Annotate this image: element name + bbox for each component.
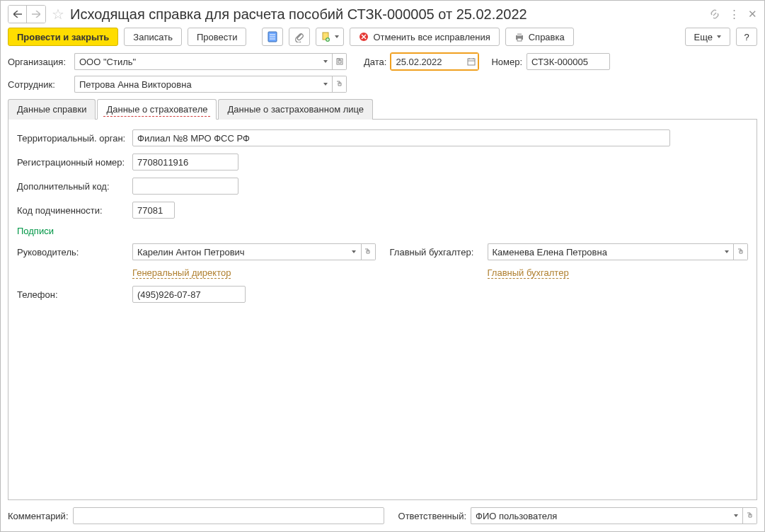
addcode-input[interactable] xyxy=(132,178,238,195)
subcode-label: Код подчиненности: xyxy=(17,205,127,216)
svg-rect-9 xyxy=(517,38,522,41)
employee-combo[interactable]: Петрова Анна Викторовна xyxy=(74,76,347,93)
chevron-down-icon xyxy=(717,35,721,38)
chevron-down-icon xyxy=(725,250,729,253)
accountant-dropdown-button[interactable] xyxy=(720,243,734,260)
nav-group xyxy=(8,5,46,23)
chevron-down-icon xyxy=(323,60,328,63)
open-icon xyxy=(747,512,754,519)
copy-doc-icon xyxy=(321,32,330,42)
more-button[interactable]: Еще xyxy=(685,28,730,46)
open-icon xyxy=(364,248,372,255)
open-icon xyxy=(336,58,343,65)
tab-insured-data[interactable]: Данные о застрахованном лице xyxy=(218,99,373,120)
signatures-section-title: Подписи xyxy=(17,226,748,236)
chevron-down-icon xyxy=(323,83,328,86)
calendar-icon xyxy=(467,57,476,66)
territory-input[interactable]: Филиал №8 МРО ФСС РФ xyxy=(132,129,670,146)
tab-panel-insurer: Территориальный. орган: Филиал №8 МРО ФС… xyxy=(8,120,757,500)
date-picker-button[interactable] xyxy=(464,53,478,70)
regnum-input[interactable]: 7708011916 xyxy=(132,154,238,170)
help-label: Справка xyxy=(529,32,565,42)
head-dropdown-button[interactable] xyxy=(347,243,362,260)
head-open-button[interactable] xyxy=(362,243,376,260)
open-icon xyxy=(737,248,744,255)
date-combo[interactable]: 25.02.2022 xyxy=(391,53,478,70)
question-button[interactable]: ? xyxy=(736,28,757,46)
accountant-input[interactable]: Каменева Елена Петровна xyxy=(488,243,720,260)
regnum-label: Регистрационный номер: xyxy=(17,157,127,168)
accountant-open-button[interactable] xyxy=(734,243,748,260)
territory-label: Территориальный. орган: xyxy=(17,133,127,144)
org-combo[interactable]: ООО "Стиль" xyxy=(74,53,347,70)
head-position-link[interactable]: Генеральный директор xyxy=(132,267,231,279)
org-input[interactable]: ООО "Стиль" xyxy=(74,53,318,70)
accountant-combo[interactable]: Каменева Елена Петровна xyxy=(488,243,749,260)
link-icon[interactable] xyxy=(709,8,720,20)
tab-insurer-data[interactable]: Данные о страхователе xyxy=(97,99,217,120)
write-button[interactable]: Записать xyxy=(124,28,182,46)
printer-icon xyxy=(514,32,524,42)
head-label: Руководитель: xyxy=(17,247,127,258)
close-icon[interactable]: ✕ xyxy=(748,8,757,21)
arrow-right-icon xyxy=(32,11,40,18)
paperclip-icon xyxy=(294,31,304,42)
cancel-corrections-label: Отменить все исправления xyxy=(373,32,490,42)
nav-back-button[interactable] xyxy=(8,6,27,23)
nav-forward-button[interactable] xyxy=(27,6,45,23)
phone-input[interactable]: (495)926-07-87 xyxy=(132,286,246,303)
responsible-dropdown-button[interactable] xyxy=(729,507,743,524)
responsible-combo[interactable]: ФИО пользователя xyxy=(471,507,757,524)
employee-input[interactable]: Петрова Анна Викторовна xyxy=(74,76,318,93)
more-label: Еще xyxy=(694,32,713,42)
employee-label: Сотрудник: xyxy=(8,79,70,90)
open-icon xyxy=(336,81,343,88)
date-label: Дата: xyxy=(364,57,386,67)
number-input[interactable]: СТЗК-000005 xyxy=(527,53,610,70)
chevron-down-icon xyxy=(335,35,339,38)
employee-open-button[interactable] xyxy=(333,76,347,93)
svg-rect-11 xyxy=(468,59,475,65)
head-input[interactable]: Карелин Антон Петрович xyxy=(132,243,347,260)
responsible-open-button[interactable] xyxy=(743,507,757,524)
cancel-corrections-button[interactable]: Отменить все исправления xyxy=(350,28,499,46)
number-label: Номер: xyxy=(491,57,522,67)
help-button[interactable]: Справка xyxy=(505,28,574,46)
document-icon xyxy=(268,31,277,42)
create-based-on-button[interactable] xyxy=(316,28,344,46)
kebab-menu-icon[interactable]: ⋮ xyxy=(729,8,740,21)
org-open-button[interactable] xyxy=(333,53,347,70)
chevron-down-icon xyxy=(352,250,356,253)
head-combo[interactable]: Карелин Антон Петрович xyxy=(132,243,376,260)
report-button[interactable] xyxy=(262,28,283,46)
comment-label: Комментарий: xyxy=(8,511,69,521)
org-dropdown-button[interactable] xyxy=(318,53,333,70)
responsible-label: Ответственный: xyxy=(398,511,466,521)
phone-label: Телефон: xyxy=(17,289,127,300)
subcode-input[interactable]: 77081 xyxy=(132,202,175,219)
employee-dropdown-button[interactable] xyxy=(318,76,333,93)
responsible-input[interactable]: ФИО пользователя xyxy=(471,507,729,524)
accountant-position-link[interactable]: Главный бухгалтер xyxy=(488,267,569,279)
post-button[interactable]: Провести xyxy=(188,28,247,46)
tab-reference-data[interactable]: Данные справки xyxy=(8,99,96,120)
org-label: Организация: xyxy=(8,57,70,67)
date-input[interactable]: 25.02.2022 xyxy=(391,53,464,70)
favorite-star-icon[interactable]: ☆ xyxy=(52,6,64,23)
svg-rect-8 xyxy=(517,33,522,36)
comment-input[interactable] xyxy=(73,507,384,524)
accountant-label: Главный бухгалтер: xyxy=(390,247,482,258)
chevron-down-icon xyxy=(734,514,738,517)
addcode-label: Дополнительный код: xyxy=(17,181,127,192)
attach-button[interactable] xyxy=(289,28,310,46)
post-and-close-button[interactable]: Провести и закрыть xyxy=(8,28,118,46)
cancel-icon xyxy=(359,32,369,42)
window-title: Исходящая справка для расчета пособий СТ… xyxy=(70,6,703,23)
arrow-left-icon xyxy=(13,11,22,18)
